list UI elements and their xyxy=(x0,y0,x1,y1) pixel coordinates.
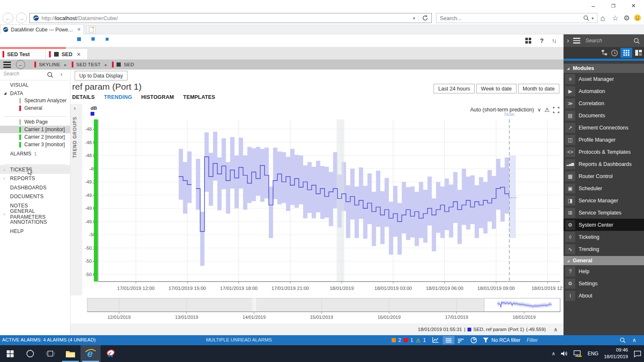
action-center-icon[interactable] xyxy=(634,350,641,357)
url-bar[interactable]: http://localhost/DataminerCube/ ▾ xyxy=(29,13,432,23)
last-24-hours-button[interactable]: Last 24 hours xyxy=(434,84,475,93)
sidebar-item-general-parameters[interactable]: ›GENERAL PARAMETERS xyxy=(0,209,70,218)
sidebar-item-carrier-2-monitor-[interactable]: Carrier 2 [monitor] xyxy=(0,133,70,141)
sidebar-item-annotations[interactable]: ANNOTATIONS xyxy=(0,217,70,226)
sidebar-item-spectrum-analyzer[interactable]: Spectrum Analyzer xyxy=(0,97,70,104)
window-close-button[interactable]: × xyxy=(626,1,641,10)
tab-histogram[interactable]: HISTOGRAM xyxy=(141,94,174,100)
sidebar-item-documents[interactable]: DOCUMENTS xyxy=(0,192,70,201)
search-icon[interactable] xyxy=(581,15,592,21)
sidebar-item-alarms[interactable]: ALARMS1 xyxy=(0,149,70,158)
alarm-counts[interactable]: 21⚠1 xyxy=(392,335,426,345)
trend-chart[interactable]: -48.4-48.6-48.8-49-49.2-49.4-49.6-49.8-5… xyxy=(82,104,564,297)
tab-trending[interactable]: TRENDING xyxy=(104,94,132,100)
apps-grid-icon[interactable] xyxy=(525,38,531,45)
task-view-button[interactable] xyxy=(40,345,60,362)
trend-overview[interactable]: 12/01/201913/01/201914/01/201915/01/2019… xyxy=(82,297,564,321)
module-about[interactable]: iAbout xyxy=(564,290,644,302)
alarm-trend-icon[interactable] xyxy=(432,336,439,345)
browser-search-box[interactable]: ▾ xyxy=(436,13,597,23)
help-icon[interactable]: ? xyxy=(540,37,544,44)
window-maximize-button[interactable]: ❐ xyxy=(606,1,621,10)
sidebar-item-web-page[interactable]: Web Page xyxy=(0,118,70,126)
panel-search-input[interactable] xyxy=(585,38,620,44)
new-tab-button[interactable] xyxy=(86,26,96,34)
module-element-connections[interactable]: ↗Element Connections xyxy=(564,122,644,134)
module-protocols-templates[interactable]: <>Protocols & Templates xyxy=(564,146,644,158)
rca-filter-label[interactable]: No RCA filter xyxy=(491,337,520,343)
sidebar-item-dashboards[interactable]: DASHBOARDS xyxy=(0,183,70,192)
favorites-star-icon[interactable]: ☆ xyxy=(612,14,618,23)
tree-collapsed-icon[interactable]: › xyxy=(3,211,5,217)
module-reports-dashboards[interactable]: ▂▄▆Reports & Dashboards xyxy=(564,158,644,170)
taskbar-clock[interactable]: 09:46 18/01/2019 xyxy=(604,347,628,360)
history-clock-icon[interactable] xyxy=(611,49,618,57)
sidebar-item-reports[interactable]: ›REPORTS xyxy=(0,174,70,183)
file-explorer-button[interactable] xyxy=(60,345,80,362)
tree-collapsed-icon[interactable]: › xyxy=(3,176,5,181)
feedback-smiley-icon[interactable] xyxy=(634,14,641,23)
rca-filter-funnel-icon[interactable] xyxy=(483,337,489,345)
workspace-tab-sed-test[interactable]: SED Test xyxy=(0,49,45,59)
search-icon[interactable] xyxy=(620,337,626,345)
sidebar-search[interactable]: ‹ xyxy=(0,70,70,80)
module-help[interactable]: ?Help xyxy=(564,265,644,277)
grid-view-icon[interactable] xyxy=(621,48,632,58)
pie-chart-icon[interactable] xyxy=(470,337,477,345)
alarm-filter-input[interactable] xyxy=(527,336,613,344)
collapse-sidebar-icon[interactable]: ‹ xyxy=(60,70,62,78)
tab-close-icon[interactable]: ✕ xyxy=(77,52,81,57)
module-documents[interactable]: ▤Documents xyxy=(564,109,644,122)
network-warning-icon[interactable]: ! xyxy=(574,350,582,357)
panel-menu-icon[interactable] xyxy=(573,38,580,44)
section-header-general[interactable]: ◢General xyxy=(564,256,644,265)
module-system-center[interactable]: ⚙System Center xyxy=(564,219,644,231)
tree-expanded-icon[interactable]: ◢ xyxy=(4,91,6,95)
window-minimize-button[interactable]: – xyxy=(586,1,600,10)
month-to-date-button[interactable]: Month to date xyxy=(518,84,559,93)
settings-gear-icon[interactable]: ⚙ xyxy=(623,14,630,23)
breadcrumb-arrow-icon[interactable]: ▸ xyxy=(105,62,107,67)
section-collapse-icon[interactable]: ◢ xyxy=(567,259,569,263)
sidebar-item-visual[interactable]: VISUAL xyxy=(0,80,70,89)
home-icon[interactable]: ⌂ xyxy=(600,14,605,23)
module-ticketing[interactable]: ◊Ticketing xyxy=(564,231,644,243)
module-router-control[interactable]: ▦Router Control xyxy=(564,170,644,182)
breadcrumb-arrow-icon[interactable]: ▸ xyxy=(65,62,67,67)
collapse-status-icon[interactable]: ∧ xyxy=(553,326,558,333)
breadcrumb-item[interactable]: SED xyxy=(112,62,134,67)
module-settings[interactable]: ⚙Settings xyxy=(564,277,644,290)
search-dropdown-icon[interactable]: ▾ xyxy=(592,16,597,21)
section-collapse-icon[interactable]: ◢ xyxy=(567,67,569,70)
volume-icon[interactable] xyxy=(561,350,568,357)
breadcrumb-item[interactable]: SED TEST xyxy=(72,62,101,67)
start-button[interactable] xyxy=(0,345,20,362)
tab-templates[interactable]: TEMPLATES xyxy=(183,94,216,100)
module-service-templates[interactable]: ⊞Service Templates xyxy=(564,207,644,219)
menu-hamburger-icon[interactable] xyxy=(3,62,11,68)
sidebar-item-general[interactable]: General xyxy=(0,104,70,112)
breadcrumb-item[interactable]: SKYLINE xyxy=(34,62,60,67)
active-alarms-text[interactable]: ACTIVE ALARMS: 4 ALARMS (4 UNREAD) xyxy=(2,337,96,342)
sidebar-item-help[interactable]: HELP xyxy=(0,227,70,235)
dataminer-taskbar-icon[interactable] xyxy=(101,345,121,362)
cortana-button[interactable] xyxy=(20,345,40,362)
internet-explorer-button[interactable]: e xyxy=(80,345,101,362)
module-asset-manager[interactable]: ≡Asset Manager xyxy=(564,73,644,85)
browser-tab[interactable]: DataMiner Cube --- Powere... ✕ xyxy=(0,24,84,34)
layout-view-icon[interactable] xyxy=(635,49,642,56)
language-indicator[interactable]: ENG xyxy=(587,351,598,357)
module-profile-manager[interactable]: ◫Profile Manager xyxy=(564,134,644,146)
sidebar-item-carrier-3-monitor-[interactable]: Carrier 3 [monitor] xyxy=(0,141,70,148)
section-header-modules[interactable]: ◢Modules xyxy=(564,64,644,73)
module-automation[interactable]: ▶Automation xyxy=(564,85,644,97)
tree-collapsed-icon[interactable]: › xyxy=(3,167,5,173)
module-service-manager[interactable]: ◨Service Manager xyxy=(564,194,644,207)
hierarchy-view-icon[interactable] xyxy=(601,49,608,56)
sort-icon[interactable] xyxy=(458,338,464,345)
search-icon[interactable] xyxy=(634,38,640,44)
tray-chevron-up-icon[interactable]: ∧ xyxy=(552,351,556,357)
tab-close-icon[interactable]: ✕ xyxy=(77,27,81,32)
trend-groups-expander-icon[interactable]: › xyxy=(74,105,76,111)
list-view-icon[interactable] xyxy=(443,336,454,344)
